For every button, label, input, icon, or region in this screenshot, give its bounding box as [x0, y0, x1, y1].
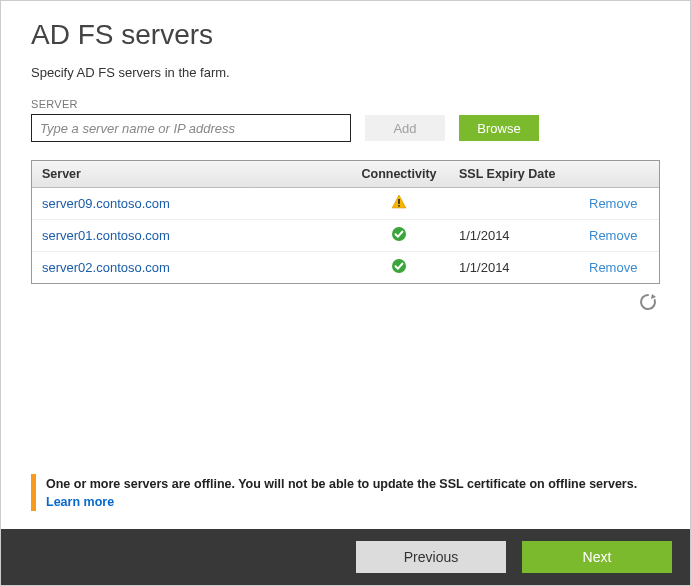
- warning-alert: One or more servers are offline. You wil…: [31, 474, 660, 511]
- server-input-row: Add Browse: [31, 114, 660, 142]
- server-link[interactable]: server09.contoso.com: [42, 196, 170, 211]
- ssl-expiry-cell: 1/1/2014: [449, 252, 579, 284]
- table-row: server01.contoso.com 1/1/2014 Remove: [32, 220, 659, 252]
- svg-point-4: [392, 259, 406, 273]
- svg-rect-2: [398, 205, 400, 207]
- alert-message: One or more servers are offline. You wil…: [46, 476, 637, 493]
- server-link[interactable]: server02.contoso.com: [42, 260, 170, 275]
- browse-button[interactable]: Browse: [459, 115, 539, 141]
- col-header-action: [579, 161, 659, 188]
- servers-table-container: Server Connectivity SSL Expiry Date serv…: [31, 160, 660, 284]
- col-header-ssl-expiry: SSL Expiry Date: [449, 161, 579, 188]
- learn-more-link[interactable]: Learn more: [46, 495, 114, 509]
- svg-point-3: [392, 227, 406, 241]
- warning-icon: [391, 198, 407, 213]
- col-header-server: Server: [32, 161, 349, 188]
- svg-rect-1: [398, 199, 400, 204]
- ssl-expiry-cell: 1/1/2014: [449, 220, 579, 252]
- servers-table: Server Connectivity SSL Expiry Date serv…: [32, 161, 659, 283]
- table-row: server09.contoso.com Remove: [32, 188, 659, 220]
- server-link[interactable]: server01.contoso.com: [42, 228, 170, 243]
- remove-link[interactable]: Remove: [589, 260, 637, 275]
- add-button: Add: [365, 115, 445, 141]
- next-button[interactable]: Next: [522, 541, 672, 573]
- previous-button[interactable]: Previous: [356, 541, 506, 573]
- checkmark-icon: [391, 262, 407, 277]
- page-title: AD FS servers: [31, 19, 660, 51]
- svg-marker-5: [651, 294, 656, 299]
- col-header-connectivity: Connectivity: [349, 161, 449, 188]
- ssl-expiry-cell: [449, 188, 579, 220]
- wizard-footer: Previous Next: [1, 529, 690, 585]
- checkmark-icon: [391, 230, 407, 245]
- remove-link[interactable]: Remove: [589, 196, 637, 211]
- remove-link[interactable]: Remove: [589, 228, 637, 243]
- page-subtitle: Specify AD FS servers in the farm.: [31, 65, 660, 80]
- refresh-icon[interactable]: [638, 292, 658, 312]
- server-input[interactable]: [31, 114, 351, 142]
- table-row: server02.contoso.com 1/1/2014 Remove: [32, 252, 659, 284]
- server-input-label: SERVER: [31, 98, 660, 110]
